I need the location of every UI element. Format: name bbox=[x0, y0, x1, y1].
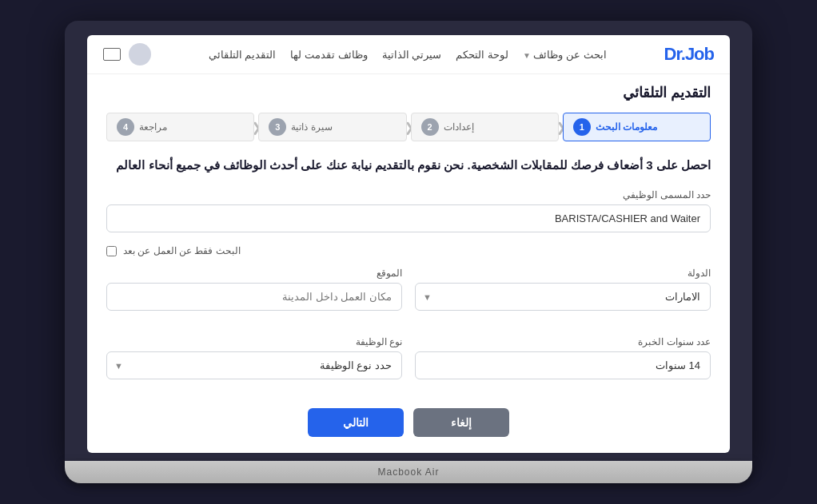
step-2-label: إعدادات bbox=[444, 121, 474, 133]
nav-link-search[interactable]: ابحث عن وظائف ▼ bbox=[523, 49, 607, 61]
experience-input[interactable] bbox=[415, 351, 711, 379]
country-label: الدولة bbox=[415, 268, 711, 279]
nav-icons bbox=[103, 43, 151, 65]
step-2: إعدادات 2 bbox=[411, 113, 559, 141]
step-1: معلومات البحث 1 bbox=[563, 113, 711, 141]
button-row: إلغاء التالي bbox=[106, 408, 711, 437]
step-1-label: معلومات البحث bbox=[596, 121, 657, 133]
stepper: معلومات البحث 1 ❮ إعدادات 2 ❮ bbox=[106, 113, 711, 141]
job-type-section: نوع الوظيفة حدد نوع الوظيفة ▼ bbox=[106, 336, 402, 379]
step-3-label: سيرة ذاتية bbox=[291, 121, 332, 133]
job-type-select[interactable]: حدد نوع الوظيفة bbox=[106, 351, 402, 379]
screen-bezel: Dr.Job ابحث عن وظائف ▼ لوحة التحكم سيرتي… bbox=[65, 21, 752, 461]
nav-link-dashboard[interactable]: لوحة التحكم bbox=[456, 49, 508, 61]
nav-link-auto-apply[interactable]: التقديم التلقائي bbox=[209, 49, 277, 61]
next-button[interactable]: التالي bbox=[308, 408, 404, 437]
cancel-button[interactable]: إلغاء bbox=[413, 408, 509, 437]
step-4: مراجعة 4 bbox=[106, 113, 254, 141]
job-type-select-wrapper: حدد نوع الوظيفة ▼ bbox=[106, 351, 402, 379]
experience-section: عدد سنوات الخبرة bbox=[415, 336, 711, 379]
location-label: الموقع bbox=[106, 268, 402, 279]
laptop-base-label: Macbook Air bbox=[377, 466, 439, 478]
remote-checkbox[interactable] bbox=[106, 246, 117, 256]
headline-text: احصل على 3 أضعاف فرصك للمقابلات الشخصية.… bbox=[106, 156, 711, 175]
laptop-container: Dr.Job ابحث عن وظائف ▼ لوحة التحكم سيرتي… bbox=[65, 21, 752, 483]
country-select[interactable]: الامارات bbox=[415, 283, 711, 311]
job-title-input[interactable] bbox=[106, 204, 711, 232]
brand-logo: Dr.Job bbox=[664, 44, 714, 65]
country-location-row: الدولة الامارات ▼ الموقع bbox=[106, 268, 711, 323]
step-2-box[interactable]: إعدادات 2 bbox=[411, 113, 559, 141]
navbar: Dr.Job ابحث عن وظائف ▼ لوحة التحكم سيرتي… bbox=[87, 35, 730, 74]
step-1-number: 1 bbox=[573, 118, 591, 136]
step-3-number: 3 bbox=[269, 118, 286, 136]
experience-jobtype-row: عدد سنوات الخبرة نوع الوظيفة حدد نوع الو… bbox=[106, 336, 711, 392]
country-section: الدولة الامارات ▼ bbox=[415, 268, 711, 311]
experience-label: عدد سنوات الخبرة bbox=[415, 336, 711, 347]
step-4-number: 4 bbox=[117, 118, 134, 136]
location-input[interactable] bbox=[106, 283, 402, 311]
location-section: الموقع bbox=[106, 268, 402, 311]
step-2-number: 2 bbox=[421, 118, 439, 136]
remote-checkbox-row: البحث فقط عن العمل عن بعد bbox=[106, 245, 711, 256]
job-type-label: نوع الوظيفة bbox=[106, 336, 402, 347]
step-4-box[interactable]: مراجعة 4 bbox=[106, 113, 254, 141]
avatar[interactable] bbox=[129, 43, 151, 65]
step-1-box[interactable]: معلومات البحث 1 bbox=[563, 113, 711, 141]
country-select-wrapper: الامارات ▼ bbox=[415, 283, 711, 311]
main-content: التقديم التلقائي معلومات البحث 1 ❮ إعداد… bbox=[87, 74, 730, 453]
laptop-base: Macbook Air bbox=[65, 461, 752, 483]
dropdown-arrow-icon: ▼ bbox=[523, 51, 531, 60]
nav-link-applied[interactable]: وظائف تقدمت لها bbox=[290, 49, 367, 61]
job-title-label: حدد المسمى الوظيفي bbox=[106, 189, 711, 200]
step-3-box[interactable]: سيرة ذاتية 3 bbox=[258, 113, 406, 141]
logo-accent: Job bbox=[685, 44, 714, 64]
page-title: التقديم التلقائي bbox=[106, 84, 711, 101]
screen: Dr.Job ابحث عن وظائف ▼ لوحة التحكم سيرتي… bbox=[87, 35, 730, 453]
remote-checkbox-label: البحث فقط عن العمل عن بعد bbox=[123, 245, 241, 256]
nav-links: ابحث عن وظائف ▼ لوحة التحكم سيرتي الذاتي… bbox=[209, 49, 607, 61]
step-3: سيرة ذاتية 3 bbox=[258, 113, 406, 141]
step-4-label: مراجعة bbox=[139, 121, 167, 133]
logo-text: Dr. bbox=[664, 44, 685, 64]
mail-icon[interactable] bbox=[103, 48, 121, 61]
nav-link-cv[interactable]: سيرتي الذاتية bbox=[382, 49, 442, 61]
job-title-section: حدد المسمى الوظيفي bbox=[106, 189, 711, 232]
